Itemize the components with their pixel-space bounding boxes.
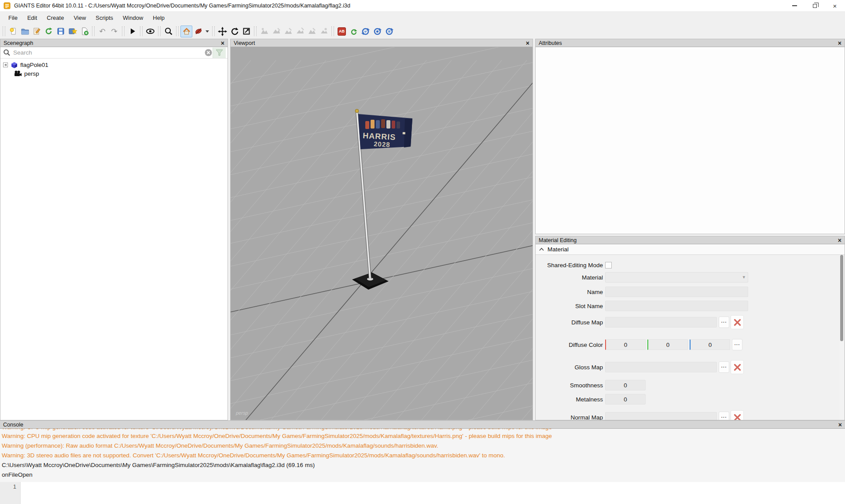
harris-flag: HARRIS 2028 (358, 114, 412, 149)
import-button[interactable] (66, 26, 78, 37)
refresh-scripts-button[interactable] (348, 26, 360, 37)
terrain-sculpt-button-3[interactable] (282, 26, 294, 37)
terrain-sculpt-button-1[interactable] (258, 26, 270, 37)
material-editing-title: Material Editing (539, 237, 577, 243)
tree-node-label: flagPole01 (20, 62, 48, 68)
collapse-chevron-icon (539, 248, 544, 251)
paint-brush-icon (194, 27, 203, 36)
diffuse-color-g-field[interactable]: 0 (647, 339, 688, 350)
menu-view[interactable]: View (69, 13, 91, 23)
terrain-house-button[interactable] (180, 26, 192, 37)
reload-button[interactable] (43, 26, 55, 37)
normal-map-remove-button[interactable] (731, 410, 744, 420)
terrain-sculpt-button-5[interactable] (306, 26, 318, 37)
menu-edit[interactable]: Edit (22, 13, 42, 23)
scenegraph-close-icon[interactable]: × (221, 40, 224, 46)
material-editing-content: Material Shared-Editing Mode Material ▾ … (536, 244, 845, 420)
physics-button-2[interactable] (371, 26, 383, 37)
visibility-button[interactable] (144, 26, 156, 37)
text-cube-button[interactable]: AB (336, 26, 348, 37)
remove-x-icon (734, 414, 741, 421)
scale-icon (242, 27, 251, 36)
close-button[interactable]: × (825, 0, 845, 12)
viewport-close-icon[interactable]: × (526, 40, 529, 46)
terrain-sculpt-button-2[interactable] (270, 26, 282, 37)
terrain-sculpt-button-6[interactable] (318, 26, 330, 37)
normal-map-field[interactable] (605, 412, 717, 420)
scenegraph-search-row (0, 47, 228, 59)
tree-node-flagpole[interactable]: flagPole01 (0, 60, 228, 69)
console-line: Warning: 3D stereo audio files are not s… (2, 451, 843, 460)
paint-brush-button[interactable] (192, 26, 204, 37)
diffuse-color-label: Diffuse Color (536, 342, 605, 348)
diffuse-color-b-field[interactable]: 0 (690, 339, 730, 350)
open-button[interactable] (19, 26, 31, 37)
add-file-button[interactable] (78, 26, 90, 37)
terrain-sculpt-button-4[interactable] (294, 26, 306, 37)
shared-editing-checkbox[interactable] (605, 262, 612, 269)
diffuse-map-browse-button[interactable]: ... (719, 316, 729, 328)
toolbar-separator (158, 26, 161, 36)
import-star-icon (68, 27, 77, 36)
attributes-close-icon[interactable]: × (838, 40, 841, 46)
console-close-icon[interactable]: × (838, 422, 842, 428)
name-field[interactable] (605, 287, 748, 297)
rotate-tool-button[interactable] (228, 26, 240, 37)
diffuse-color-picker-button[interactable]: ... (732, 339, 742, 350)
viewport-3d-scene[interactable]: HARRIS 2028 (231, 47, 533, 420)
normal-map-browse-button[interactable]: ... (719, 412, 729, 420)
gloss-map-browse-button[interactable]: ... (719, 361, 729, 373)
console-line: Warning (performance): Raw audio format … (2, 441, 843, 451)
menu-bar: File Edit Create View Scripts Window Hel… (0, 12, 845, 24)
slot-name-field[interactable] (605, 301, 748, 311)
metalness-field[interactable]: 0 (605, 394, 646, 405)
camera-name-label: persp (236, 410, 248, 416)
filter-button[interactable] (213, 48, 226, 58)
search-clear-icon[interactable] (204, 48, 213, 57)
normal-map-row: Normal Map ... (536, 410, 744, 420)
gloss-map-field[interactable] (605, 362, 717, 372)
move-tool-button[interactable] (217, 26, 228, 37)
material-editing-close-icon[interactable]: × (838, 237, 841, 243)
text-cube-icon: AB (338, 27, 346, 36)
play-button[interactable] (126, 26, 138, 37)
diffuse-map-field[interactable] (605, 317, 717, 327)
material-scrollbar[interactable] (840, 255, 844, 420)
smoothness-field[interactable]: 0 (605, 380, 646, 390)
diffuse-color-r-field[interactable]: 0 (605, 339, 646, 350)
tree-node-persp[interactable]: persp (0, 69, 228, 78)
material-select[interactable]: ▾ (605, 272, 748, 283)
physics-button-3[interactable] (383, 26, 395, 37)
restore-button[interactable] (805, 0, 825, 12)
toolbar-separator (3, 26, 5, 36)
scale-tool-button[interactable] (240, 26, 252, 37)
expand-plus-icon[interactable] (3, 63, 8, 67)
save-button[interactable] (55, 26, 66, 37)
brush-dropdown-button[interactable] (204, 26, 210, 37)
undo-button[interactable]: ↶ (96, 26, 108, 37)
menu-file[interactable]: File (4, 13, 22, 23)
minimize-button[interactable] (784, 0, 805, 12)
slot-name-row: Slot Name (536, 300, 748, 312)
menu-scripts[interactable]: Scripts (91, 13, 118, 23)
terrain-tool-5 (308, 27, 316, 36)
zoom-button[interactable] (162, 26, 174, 37)
material-section-header[interactable]: Material (536, 244, 845, 255)
console-line: Warning: CPU mip generation code activat… (2, 431, 843, 441)
gloss-map-remove-button[interactable] (731, 360, 744, 374)
diffuse-map-remove-button[interactable] (731, 315, 744, 329)
search-input[interactable] (11, 49, 204, 56)
editor-input-area[interactable] (21, 482, 845, 504)
scenegraph-panel: Scenegraph × flagPole01 persp (0, 39, 228, 420)
new-button[interactable] (7, 26, 19, 37)
menu-help[interactable]: Help (148, 13, 169, 23)
physics-button-1[interactable] (360, 26, 371, 37)
material-scrollbar-thumb[interactable] (840, 255, 843, 341)
notes-button[interactable] (31, 26, 43, 37)
redo-button[interactable]: ↷ (108, 26, 120, 37)
menu-create[interactable]: Create (42, 13, 69, 23)
menu-window[interactable]: Window (118, 13, 148, 23)
console-header: Console × (0, 421, 845, 429)
undo-icon: ↶ (99, 28, 105, 35)
diffuse-color-row: Diffuse Color 0 0 0 ... (536, 339, 742, 350)
